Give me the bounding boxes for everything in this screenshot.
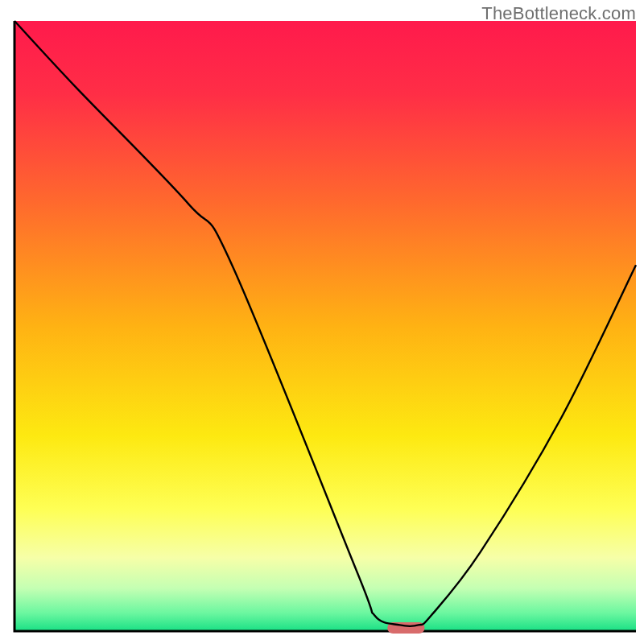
plot-background (14, 21, 636, 631)
watermark-text: TheBottleneck.com (481, 3, 636, 24)
chart-svg (0, 0, 644, 644)
chart-root: TheBottleneck.com (0, 0, 644, 644)
